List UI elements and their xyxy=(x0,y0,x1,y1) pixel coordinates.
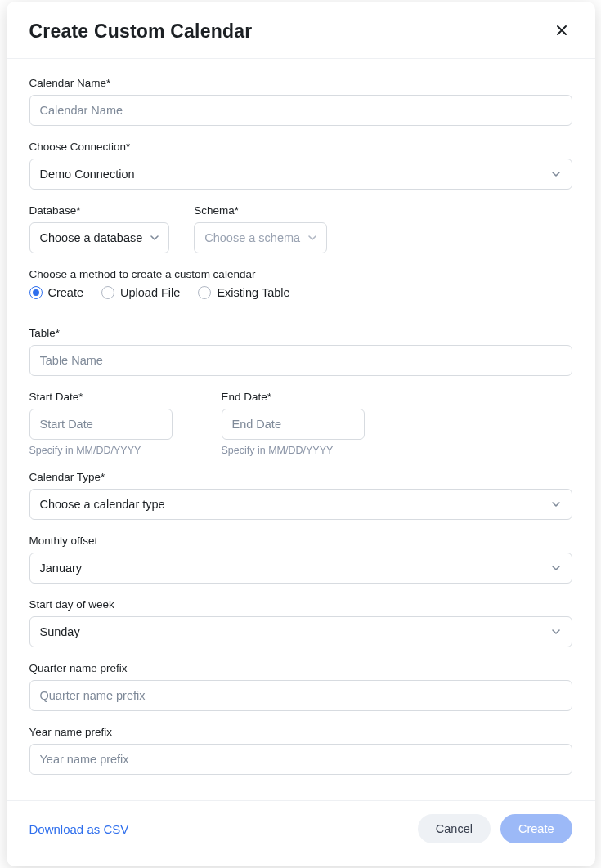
connection-value: Demo Connection xyxy=(40,168,135,181)
radio-icon xyxy=(198,286,211,299)
download-csv-link[interactable]: Download as CSV xyxy=(29,822,129,836)
radio-create[interactable]: Create xyxy=(29,286,84,299)
cancel-button[interactable]: Cancel xyxy=(418,814,491,843)
start-date-label: Start Date* xyxy=(29,391,197,403)
start-day-label: Start day of week xyxy=(29,598,572,611)
radio-upload[interactable]: Upload File xyxy=(101,286,180,299)
monthly-offset-value: January xyxy=(40,562,83,575)
calendar-name-input[interactable] xyxy=(29,95,572,126)
calendar-type-select[interactable]: Choose a calendar type xyxy=(29,489,572,520)
chevron-down-icon xyxy=(550,562,562,574)
year-prefix-label: Year name prefix xyxy=(29,726,572,738)
radio-icon xyxy=(101,286,114,299)
radio-existing-label: Existing Table xyxy=(217,286,289,299)
schema-label: Schema* xyxy=(194,204,327,217)
close-button[interactable] xyxy=(551,20,572,43)
create-calendar-modal: Create Custom Calendar Calendar Name* Ch… xyxy=(7,2,595,866)
connection-select[interactable]: Demo Connection xyxy=(29,159,572,190)
calendar-type-label: Calendar Type* xyxy=(29,471,572,483)
end-date-input[interactable] xyxy=(222,409,365,440)
schema-select[interactable]: Choose a schema xyxy=(194,222,327,253)
modal-body: Calendar Name* Choose Connection* Demo C… xyxy=(7,59,595,800)
method-radio-group: Create Upload File Existing Table xyxy=(29,286,572,299)
schema-placeholder: Choose a schema xyxy=(204,231,300,244)
close-icon xyxy=(554,23,569,40)
monthly-offset-select[interactable]: January xyxy=(29,553,572,584)
create-button[interactable]: Create xyxy=(500,814,572,843)
monthly-offset-label: Monthly offset xyxy=(29,535,572,547)
calendar-name-label: Calendar Name* xyxy=(29,77,572,89)
chevron-down-icon xyxy=(550,168,562,180)
start-date-helper: Specify in MM/DD/YYYY xyxy=(29,445,197,456)
chevron-down-icon xyxy=(550,626,562,638)
end-date-helper: Specify in MM/DD/YYYY xyxy=(222,445,389,456)
quarter-prefix-label: Quarter name prefix xyxy=(29,662,572,674)
start-day-value: Sunday xyxy=(40,625,80,638)
modal-title: Create Custom Calendar xyxy=(29,20,253,43)
database-placeholder: Choose a database xyxy=(40,231,143,244)
modal-footer: Download as CSV Cancel Create xyxy=(7,800,595,866)
database-label: Database* xyxy=(29,204,170,217)
chevron-down-icon xyxy=(149,232,160,244)
radio-create-label: Create xyxy=(48,286,84,299)
start-day-select[interactable]: Sunday xyxy=(29,616,572,647)
calendar-type-placeholder: Choose a calendar type xyxy=(40,498,165,511)
chevron-down-icon xyxy=(550,499,562,510)
end-date-label: End Date* xyxy=(222,391,389,403)
modal-header: Create Custom Calendar xyxy=(7,2,595,59)
radio-existing[interactable]: Existing Table xyxy=(198,286,289,299)
connection-label: Choose Connection* xyxy=(29,141,572,153)
method-label: Choose a method to create a custom calen… xyxy=(29,268,572,280)
radio-icon xyxy=(29,286,43,299)
quarter-prefix-input[interactable] xyxy=(29,680,572,711)
radio-upload-label: Upload File xyxy=(120,286,180,299)
table-input[interactable] xyxy=(29,345,572,376)
start-date-input[interactable] xyxy=(29,409,173,440)
year-prefix-input[interactable] xyxy=(29,744,572,775)
chevron-down-icon xyxy=(307,232,318,244)
database-select[interactable]: Choose a database xyxy=(29,222,170,253)
table-label: Table* xyxy=(29,327,572,339)
